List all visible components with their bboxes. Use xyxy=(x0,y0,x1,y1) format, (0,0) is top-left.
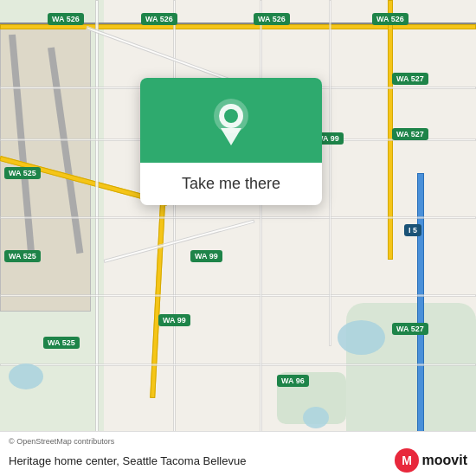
water-2 xyxy=(9,363,43,389)
bottom-bar: © OpenStreetMap contributors Heritage ho… xyxy=(0,431,476,476)
local-road-v3 xyxy=(260,0,262,476)
water-1 xyxy=(338,320,385,355)
label-wa526-2: WA 526 xyxy=(141,13,177,25)
label-wa527-2: WA 527 xyxy=(392,128,428,140)
take-me-there-button[interactable]: Take me there xyxy=(182,175,280,193)
water-3 xyxy=(303,407,329,428)
label-wa525-3: WA 525 xyxy=(43,337,80,349)
svg-text:M: M xyxy=(402,453,412,467)
label-wa525-2: WA 525 xyxy=(4,250,41,262)
copyright-text: © OpenStreetMap contributors xyxy=(9,437,467,446)
local-road-v4 xyxy=(329,0,331,346)
local-road-h3 xyxy=(0,216,476,219)
label-wa526-4: WA 526 xyxy=(372,13,408,25)
local-road-h5 xyxy=(0,363,476,366)
label-wa525-1: WA 525 xyxy=(4,167,41,179)
label-wa527-1: WA 527 xyxy=(392,73,428,85)
card-button-area[interactable]: Take me there xyxy=(140,163,322,205)
location-line: Heritage home center, Seattle Tacoma Bel… xyxy=(9,448,467,473)
label-i5: I 5 xyxy=(404,224,421,236)
moovit-logo: M moovit xyxy=(395,448,467,473)
local-road-h4 xyxy=(0,294,476,297)
navigation-card: Take me there xyxy=(140,78,322,205)
label-wa527-3: WA 527 xyxy=(392,323,428,335)
label-wa96: WA 96 xyxy=(277,375,309,387)
label-wa99-3: WA 99 xyxy=(158,314,190,326)
map-container: WA 526 WA 526 WA 526 WA 526 WA 527 WA 52… xyxy=(0,0,476,476)
local-road-v2 xyxy=(173,0,176,476)
label-wa526-1: WA 526 xyxy=(48,13,84,25)
label-wa526-3: WA 526 xyxy=(254,13,290,25)
svg-point-2 xyxy=(224,109,238,123)
label-wa99-2: WA 99 xyxy=(190,250,222,262)
moovit-icon: M xyxy=(395,448,419,473)
card-header xyxy=(140,78,322,163)
location-pin-icon xyxy=(212,99,250,145)
moovit-text: moovit xyxy=(422,453,467,468)
location-text: Heritage home center, Seattle Tacoma Bel… xyxy=(9,454,246,467)
local-road-v1 xyxy=(95,0,99,476)
svg-marker-3 xyxy=(221,128,241,145)
